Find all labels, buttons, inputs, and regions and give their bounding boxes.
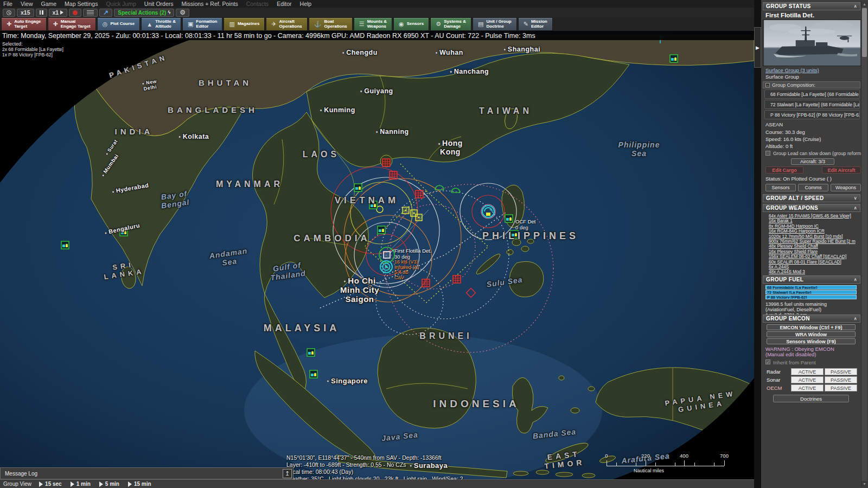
emcon-window-ctrl-f9--button[interactable]: EMCON Window (Ctrl + F9): [767, 324, 856, 330]
jump-button[interactable]: ↗: [99, 9, 112, 17]
aircraft-count-button[interactable]: Aircraft: 3/3: [791, 158, 834, 165]
scrollbar-thumb[interactable]: [862, 8, 867, 57]
message-log-bar[interactable]: Message Log ↥: [0, 467, 293, 479]
systems-damage-button[interactable]: ⚙Systems &Damage: [430, 17, 471, 31]
weapon-link[interactable]: 8x RGM-84D Harpoon IC: [769, 224, 819, 229]
city-dot-icon: [450, 70, 452, 73]
group-status-header[interactable]: GROUP STATUS ∧: [763, 2, 860, 10]
emcon-label-oecm: OECM: [767, 385, 782, 391]
radar-active-button[interactable]: ACTIVE: [791, 368, 824, 375]
tab-comms-button[interactable]: Comms: [798, 184, 828, 191]
country-label-taiwan: TAIWAN: [479, 106, 532, 116]
speed-x15-button[interactable]: x15: [17, 9, 34, 17]
expand-log-button[interactable]: ↥: [283, 469, 292, 478]
oecm-active-button[interactable]: ACTIVE: [791, 384, 824, 391]
edit-aircraft-label: Edit Aircraft: [827, 168, 855, 173]
speed-x1-play-button[interactable]: x1: [49, 9, 68, 17]
weapon-link[interactable]: 1020x 12.7mm/50 MG Burst [10 rnds]: [769, 234, 843, 239]
unit-group-doctrine-button[interactable]: ▤Unit / GroupDoctrine: [473, 17, 517, 31]
weapon-link[interactable]: 60x SEALIR 08-01 Flare [SEACLAD]: [769, 260, 841, 265]
manual-engage-target-button[interactable]: ✚ManualEngage Target: [48, 17, 96, 31]
scroll-up-arrow-icon[interactable]: ▲: [861, 1, 867, 7]
scroll-down-arrow-icon[interactable]: ▼: [861, 481, 867, 487]
group-emcon-header[interactable]: GROUP EMCON ∧: [763, 314, 860, 323]
oecm-passive-button[interactable]: PASSIVE: [825, 384, 857, 391]
weapon-link[interactable]: 48x Plessey Shield Chaff: [769, 244, 818, 249]
fuel-unit-row[interactable]: P 88 Victory [FPB-62]: [765, 295, 857, 299]
time-step-button-15-min[interactable]: 15 min: [126, 481, 158, 487]
menu-item-game[interactable]: Game: [41, 1, 57, 7]
map-viewport[interactable]: PAKISTANBHUTANBANGLADESHINDIAMYANMARLAOS…: [0, 31, 754, 479]
tab-sensors-button[interactable]: Sensors: [765, 184, 796, 191]
time-step-button-15-sec[interactable]: 15 sec: [37, 481, 68, 487]
country-label-indonesia: INDONESIA: [433, 398, 520, 410]
weapon-link[interactable]: 16x Plessey Shield Flare: [769, 249, 818, 254]
country-label-cambodia: CAMBODIA: [293, 233, 371, 244]
clock-button[interactable]: [3, 9, 15, 17]
wra-window-button[interactable]: WRA Window: [767, 331, 856, 337]
menu-item-view[interactable]: View: [21, 1, 33, 7]
formation-editor-button[interactable]: ▣FormationEditor: [182, 17, 223, 31]
special-actions-button[interactable]: Special Actions (2)ϟ: [114, 9, 174, 17]
camera-stack-button[interactable]: [83, 9, 98, 17]
composition-item[interactable]: 68 Formidable [La Fayette] (68 Formidabl…: [764, 89, 860, 99]
menu-item-unit-orders[interactable]: Unit Orders: [144, 1, 174, 7]
map-label-layer: PAKISTANBHUTANBANGLADESHINDIAMYANMARLAOS…: [0, 31, 754, 479]
scale-minor-tick: [616, 463, 617, 466]
weapon-link[interactable]: 900x 76mm/62 Super Rapido HE Burst [2 m: [769, 239, 856, 244]
weapon-link[interactable]: 6x A.244S: [769, 265, 789, 269]
surface-group-link[interactable]: Surface Group (3 units): [765, 67, 819, 73]
time-step-button-5-min[interactable]: 5 min: [97, 481, 126, 487]
group-alt-speed-header[interactable]: GROUP ALT / SPEED ∨: [763, 194, 860, 202]
sensors-button[interactable]: ◉Sensors: [393, 17, 429, 31]
weapon-link[interactable]: 156x SEALEM 08-02 Chaff [SEACLAD]: [769, 254, 846, 259]
time-step-label: 1 min: [76, 481, 91, 487]
pause-button[interactable]: [36, 9, 47, 17]
edit-aircraft-button[interactable]: Edit Aircraft: [822, 166, 861, 174]
sensors-window-f9--button[interactable]: Sensors Window (F9): [767, 338, 856, 344]
menu-item-map-settings[interactable]: Map Settings: [65, 1, 98, 7]
composition-item[interactable]: P 88 Victory [FPB-62] (P 88 Victory [FPB…: [764, 110, 860, 119]
mounts-weapons-button[interactable]: ☰Mounts &Weapons: [354, 17, 392, 31]
group-weapons-header[interactable]: GROUP WEAPONS ∧: [763, 204, 860, 212]
fuel-unit-row[interactable]: 68 Formidable [La Fayette]: [765, 285, 857, 290]
magazines-button[interactable]: ▥Magazines: [224, 17, 265, 31]
mission-editor-button[interactable]: ✎MissionEditor: [518, 17, 553, 31]
group-lead-checkbox[interactable]: [765, 151, 770, 156]
composition-item[interactable]: 72 Stalwart [La Fayette] (68 Formidable …: [764, 100, 860, 109]
aircraft-operations-button[interactable]: ✈AircraftOperations: [266, 17, 307, 31]
inherit-parent-row[interactable]: Inherit from Parent: [765, 359, 816, 365]
plot-course-button[interactable]: ◎Plot Course: [97, 17, 141, 31]
scale-caption: Nautical miles: [634, 468, 664, 473]
sonar-active-button[interactable]: ACTIVE: [791, 376, 824, 383]
fuel-unit-row[interactable]: 72 Stalwart [La Fayette]: [765, 290, 857, 294]
record-button[interactable]: [69, 9, 81, 17]
weapon-link[interactable]: 16x RGM-84G Harpoon ICR: [769, 229, 825, 234]
menu-item-missions-ref-points[interactable]: Missions + Ref. Points: [182, 1, 238, 7]
weapon-link[interactable]: 48x A.244S Mod 3: [769, 269, 805, 274]
menu-item-help[interactable]: Help: [300, 1, 312, 7]
weapon-link[interactable]: 16x Barak 1: [769, 219, 793, 223]
throttle-altitude-button[interactable]: ▲Throttle &Altitude: [141, 17, 181, 31]
group-fuel-header[interactable]: GROUP FUEL ∧: [763, 275, 860, 284]
group-lead-checkbox-row[interactable]: Group Lead can slow down (group reform): [765, 151, 863, 156]
toolbar-button-label: MissionEditor: [531, 20, 547, 29]
edit-cargo-button[interactable]: Edit Cargo: [765, 166, 803, 174]
radar-passive-button[interactable]: PASSIVE: [825, 368, 857, 375]
group-composition-header[interactable]: – Group Composition:: [763, 81, 860, 88]
doctrines-button[interactable]: Doctrines: [773, 395, 849, 402]
boat-operations-button[interactable]: ⚓BoatOperations: [309, 17, 353, 31]
sidebar-collapse-button[interactable]: ▶: [754, 27, 761, 68]
sidebar-scrollbar[interactable]: ▲ ▼: [861, 1, 867, 487]
sonar-passive-button[interactable]: PASSIVE: [825, 376, 857, 383]
weapon-link[interactable]: 64x Aster 15 PAAMS [GWS.45 Sea Viper]: [769, 214, 851, 219]
auto-engage-target-button[interactable]: ✚Auto EngageTarget: [1, 17, 47, 31]
settings-button[interactable]: ⚙: [176, 9, 189, 17]
time-step-button-1-min[interactable]: 1 min: [68, 481, 97, 487]
clock-icon: [7, 10, 11, 15]
inherit-parent-checkbox[interactable]: [765, 359, 770, 364]
tab-weapons-button[interactable]: Weapons: [831, 184, 861, 191]
menu-item-editor[interactable]: Editor: [277, 1, 291, 7]
menu-item-file[interactable]: File: [3, 1, 12, 7]
callout-sensor-line: CAV: [394, 275, 432, 281]
